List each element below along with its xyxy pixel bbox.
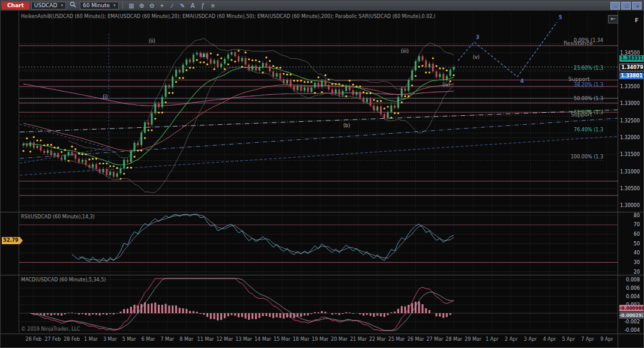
chart-tab[interactable]: Chart <box>2 2 29 10</box>
search-icon <box>70 1 76 8</box>
toolbar-separator <box>122 2 123 9</box>
panel-separator-rsi-macd[interactable] <box>1 275 643 275</box>
indicators-icon[interactable]: ƒ <box>198 1 208 10</box>
svg-text:(i): (i) <box>103 94 107 100</box>
toolbar-icons: ▥⊕⊖+∕✎Aƒ≡ <box>127 1 218 10</box>
rsi-value: 52.79 <box>3 238 18 243</box>
last-price-badge: 1.34079 <box>619 64 644 71</box>
macd-signal-value-badge: -0.000292 <box>619 312 644 319</box>
interval-value: 60 Minute <box>83 2 110 8</box>
svg-text:(iii): (iii) <box>401 49 409 54</box>
chevron-down-icon: ▾ <box>113 3 116 8</box>
badge-pointer-icon <box>20 237 23 244</box>
fixed-scale-flag[interactable]: F <box>635 17 639 23</box>
text-tool-icon[interactable]: A <box>188 1 198 10</box>
maximize-button[interactable]: □ <box>621 2 631 10</box>
svg-text:(b): (b) <box>343 123 350 128</box>
indicator-price-badge-lower: 1.33801 <box>619 73 644 79</box>
instrument-selector[interactable]: USDCAD ▾ <box>31 2 66 10</box>
indicator-price-badge-upper: 1.34331 <box>619 55 644 62</box>
svg-text:5: 5 <box>559 15 562 20</box>
close-button[interactable]: × <box>632 2 642 10</box>
zoom-in-icon[interactable]: ⊕ <box>137 1 147 10</box>
svg-text:4: 4 <box>520 79 524 84</box>
svg-text:3: 3 <box>476 35 480 40</box>
chart-toolbar: Chart USDCAD ▾ 60 Minute ▾ ▥⊕⊖+∕✎Aƒ≡ –□× <box>1 1 643 11</box>
minimize-button[interactable]: – <box>610 2 620 10</box>
ninjatrader-chart-window: Chart USDCAD ▾ 60 Minute ▾ ▥⊕⊖+∕✎Aƒ≡ –□×… <box>0 0 644 348</box>
trend-line-icon[interactable]: ∕ <box>167 1 178 10</box>
svg-text:(a): (a) <box>200 53 207 58</box>
chevron-down-icon: ▾ <box>61 3 63 8</box>
zoom-out-icon[interactable]: ⊖ <box>147 1 157 10</box>
svg-text:(ii): (ii) <box>149 38 155 44</box>
chart-style-icon[interactable]: ▥ <box>127 1 137 10</box>
rsi-value-badge: 52.79 <box>2 237 20 244</box>
chart-canvas[interactable]: 345(i)(ii)(a)(b)(iii)(iv)(v) <box>1 1 643 347</box>
macd-value-badge: -0.000988 <box>619 305 644 311</box>
data-grid-icon[interactable]: ≡ <box>208 1 218 10</box>
svg-text:(v): (v) <box>473 55 480 60</box>
pencil-icon[interactable]: ✎ <box>178 1 188 10</box>
instrument-value: USDCAD <box>34 2 58 8</box>
scroll-back-button[interactable]: ← <box>608 15 618 23</box>
svg-text:(iv): (iv) <box>442 82 450 88</box>
interval-selector[interactable]: 60 Minute ▾ <box>80 2 119 10</box>
window-controls: –□× <box>610 2 642 10</box>
panel-separator-macd-axis <box>1 334 643 334</box>
copyright-label: © 2019 NinjaTrader, LLC <box>21 326 80 332</box>
panel-separator-main-rsi[interactable] <box>1 212 643 212</box>
crosshair-icon[interactable]: + <box>157 1 167 10</box>
instrument-search-button[interactable] <box>68 1 78 10</box>
